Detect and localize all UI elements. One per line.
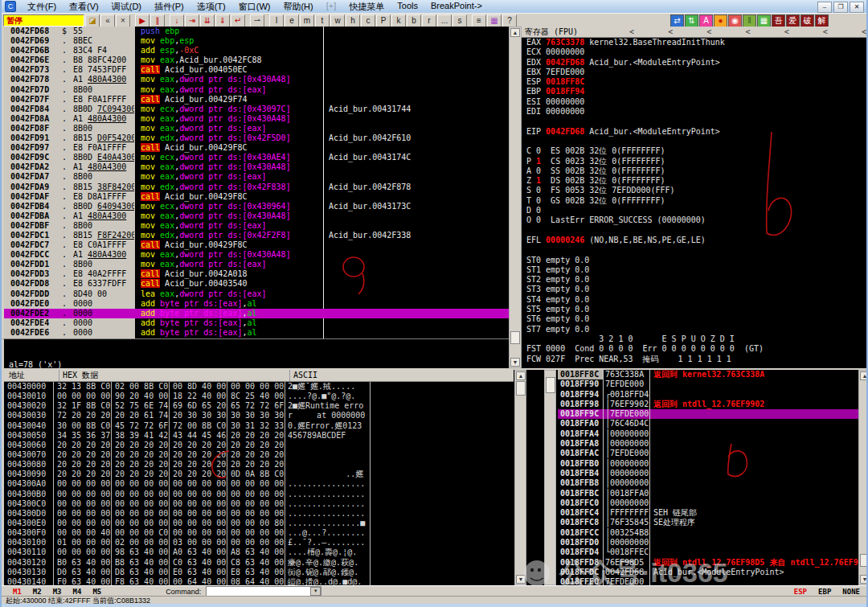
stack-scrollbar[interactable]: ▲ ▼	[858, 370, 868, 585]
register-line[interactable]: ECX 00000000	[522, 47, 868, 57]
menu-item-t[interactable]: 选项(T)	[190, 0, 232, 14]
register-line[interactable]: ST1 empty 0.0	[522, 265, 868, 275]
close-button[interactable]: ✕	[850, 2, 864, 13]
scroll-up-icon[interactable]: ▲	[860, 371, 868, 380]
stack-row[interactable]: 0018FFA4│00000000	[558, 429, 858, 439]
step-into-icon[interactable]: ↓	[170, 14, 184, 27]
disasm-row[interactable]: 0042FD6B.83C4 F4add esp,-0xC	[4, 46, 509, 55]
references-button[interactable]: r	[422, 14, 436, 27]
disasm-row[interactable]: 0042FDD3.E8 40A2FFFFcall Acid_bur.0042A0…	[4, 269, 509, 279]
register-line[interactable]: P 1 CS 0023 32位 0(FFFFFFFF)	[522, 157, 868, 166]
dump-row[interactable]: 0043010001 00 00 0002 00 00 0003 00 00 0…	[4, 538, 514, 548]
scroll-down-icon[interactable]: ▼	[516, 575, 526, 584]
dump-row[interactable]: 004300B000 00 00 0000 00 00 0000 00 00 0…	[4, 490, 514, 499]
menu-item-[interactable]: 快捷菜单	[342, 0, 391, 14]
scroll-thumb[interactable]	[516, 381, 526, 396]
swap-icon[interactable]: ⇄	[670, 14, 684, 27]
stack-row[interactable]: 0018FFA8│00000000	[558, 439, 858, 449]
stack-row[interactable]: 0018FFE07EFDE000	[558, 577, 858, 585]
dump-row[interactable]: 0043000032 13 8B C002 00 8B C000 8D 40 0…	[4, 382, 514, 392]
stack-row[interactable]: 0018FFC4│FFFFFFFFSEH 链尾部	[558, 508, 858, 518]
menu-item-[interactable]: [+]	[320, 0, 343, 14]
disasm-row[interactable]: 0042FDCC.A1 480A4300mov eax,dword ptr ds…	[4, 250, 509, 260]
stack-row[interactable]: 0018FFBC│0018FFA0	[558, 489, 858, 498]
stack-row[interactable]: 0018FF8C763C338A返回到 kernel32.763C338A	[558, 370, 858, 379]
dump-row[interactable]: 00430140F0 63 40 00F8 63 40 0000 64 40 0…	[4, 577, 514, 585]
collapse-marks[interactable]: < < < < < < <	[629, 27, 866, 37]
hex-dump-pane[interactable]: 地址 HEX 数据 ASCII 0043000032 13 8B C002 00…	[2, 370, 514, 585]
dump-row[interactable]: 0043006020 20 20 2020 20 20 2020 20 20 2…	[4, 441, 514, 450]
scroll-thumb[interactable]	[546, 377, 555, 393]
stack-row[interactable]: 0018FFAC│7EFDE000	[558, 449, 858, 458]
register-line[interactable]: ST5 empty 0.0	[522, 305, 868, 314]
green-window-icon[interactable]: ▦	[757, 14, 771, 27]
register-line[interactable]: EAX 763C3378 kernel32.BaseThreadInitThun…	[522, 38, 868, 47]
rewind-icon[interactable]: «	[100, 14, 115, 27]
register-line[interactable]: Z 1 DS 002B 32位 0(FFFFFFFF)	[522, 176, 868, 186]
disasm-row[interactable]: 0042FDC7.E8 C0A1FFFFcall Acid_bur.00429F…	[4, 240, 509, 250]
menu-item-h[interactable]: 帮助(H)	[276, 0, 319, 14]
register-line[interactable]: ESI 00000000	[522, 97, 868, 107]
register-line[interactable]	[522, 226, 868, 236]
dump-row[interactable]: 00430120B0 63 40 00B8 63 40 00C0 63 40 0…	[4, 558, 514, 568]
memory-tab-m5[interactable]: M5	[92, 588, 101, 596]
appearance-icon[interactable]: ▦	[487, 14, 502, 27]
disasm-row[interactable]: 0042FDE6.0000add byte ptr ds:[eax],al	[4, 328, 509, 338]
executables-button[interactable]: e	[285, 14, 299, 27]
memory-tab-m3[interactable]: M3	[53, 588, 62, 596]
stack-pane[interactable]: 0018FF8C763C338A返回到 kernel32.763C338A001…	[558, 370, 858, 585]
scroll-down-icon[interactable]: ▼	[510, 358, 520, 367]
disasm-row[interactable]: 0042FD78.A1 480A4300mov eax,dword ptr ds…	[4, 75, 509, 84]
menu-item-p[interactable]: 插件(P)	[148, 0, 190, 14]
disasm-row[interactable]: 0042FDD8.E8 6337FDFFcall Acid_bur.004035…	[4, 279, 509, 289]
stack-row[interactable]: 0018FFA0│76C46D4C	[558, 419, 858, 429]
register-line[interactable]: O 0 LastErr ERROR_SUCCESS (00000000)	[522, 215, 868, 225]
dump-row[interactable]: 004300D000 00 00 0000 00 00 0000 00 00 0…	[4, 509, 514, 519]
dump-row[interactable]: 0043002032 1F 8B C052 75 6E 7469 6D 65 2…	[4, 401, 514, 411]
dump-row[interactable]: 004300C000 00 00 0000 00 00 0000 00 00 0…	[4, 499, 514, 509]
disasm-scrollbar[interactable]: ▲ ▼	[509, 27, 522, 368]
letter-a-icon[interactable]: A	[699, 14, 713, 27]
run-to-cursor-icon[interactable]: ⇀	[250, 14, 264, 27]
disasm-row[interactable]: 0042FDE0.0000add byte ptr ds:[eax],al	[4, 299, 509, 309]
pause-icon[interactable]: ∥	[150, 14, 165, 27]
disasm-row[interactable]: 0042FD8F.8B00mov eax,dword ptr ds:[eax]	[4, 124, 509, 133]
dump-row[interactable]: 0043008020 20 20 2020 20 20 2020 20 20 2…	[4, 460, 514, 470]
disasm-row[interactable]: 0042FDBF.8B00mov eax,dword ptr ds:[eax]	[4, 221, 509, 231]
scroll-up-icon[interactable]: ▲	[516, 371, 526, 380]
disasm-row[interactable]: 0042FD69.8BECmov ebp,esp	[4, 36, 509, 46]
target-icon[interactable]: ◉	[728, 14, 742, 27]
register-line[interactable]: ST0 empty 0.0	[522, 256, 868, 265]
register-line[interactable]: ST6 empty 0.0	[522, 314, 868, 324]
scroll-down-icon[interactable]: ▼	[860, 575, 868, 584]
disasm-row[interactable]: 0042FD9C.8B0D E40A4300mov ecx,dword ptr …	[4, 153, 509, 162]
brand-char-4[interactable]: 解	[815, 14, 829, 27]
menu-item-w[interactable]: 窗口(W)	[232, 0, 277, 14]
stack-row[interactable]: 0018FFDC0042FD68Acid_bur.<ModuleEntryPoi…	[558, 568, 858, 577]
register-line[interactable]: FCW 027F Prec NEAR,53 掩码 1 1 1 1 1 1	[522, 355, 868, 364]
memory-tab-m4[interactable]: M4	[73, 588, 82, 596]
step-over-icon[interactable]: ⇥	[185, 14, 199, 27]
disasm-row[interactable]: 0042FD6E.B8 88FC4200mov eax,Acid_bur.004…	[4, 55, 509, 65]
dump-row[interactable]: 004300F000 00 00 4000 00 00 C000 00 00 0…	[4, 528, 514, 538]
open-file-icon[interactable]: ◪	[85, 14, 100, 27]
memory-button[interactable]: m	[300, 14, 314, 27]
register-line[interactable]: S 0 FS 0053 32位 7EFDD000(FFF)	[522, 186, 868, 195]
stack-row[interactable]: 0018FF98│76EF9902返回到 ntdll_12.76EF9902	[558, 400, 858, 409]
updown-icon[interactable]: ⇅	[685, 14, 698, 27]
disasm-row[interactable]: 0042FDDD.8D40 00lea eax,dword ptr ds:[ea…	[4, 289, 509, 299]
dump-row[interactable]: 004300A000 00 00 0000 00 00 0000 00 00 0…	[4, 479, 514, 489]
chevron-down-icon[interactable]: ▼	[310, 587, 321, 596]
register-line[interactable]: FST 0000 Cond 0 0 0 0 Err 0 0 0 0 0 0 0 …	[522, 344, 868, 354]
restore-button[interactable]: ❐	[833, 2, 848, 13]
stack-row[interactable]: 0018FF907EFDE000	[558, 379, 858, 389]
stack-row[interactable]: 0018FFC8│76F35845SE处理程序	[558, 518, 858, 527]
dump-row[interactable]: 0043009020 20 20 2020 20 20 2020 20 20 2…	[4, 470, 514, 479]
disasm-row[interactable]: 0042FDA9.8B15 38F84200mov edx,dword ptr …	[4, 183, 509, 192]
brand-char-2[interactable]: 爱	[786, 14, 800, 27]
animate-over-icon[interactable]: ⇓	[215, 14, 230, 27]
menu-item-d[interactable]: 调试(D)	[105, 0, 148, 14]
register-line[interactable]: 3 2 1 0 E S P U O Z D I	[522, 334, 868, 344]
disasm-row[interactable]: 0042FDE2.0000add byte ptr ds:[eax],al	[4, 309, 509, 318]
disasm-row[interactable]: 0042FD91.8B15 D0F54200mov edx,dword ptr …	[4, 133, 509, 143]
